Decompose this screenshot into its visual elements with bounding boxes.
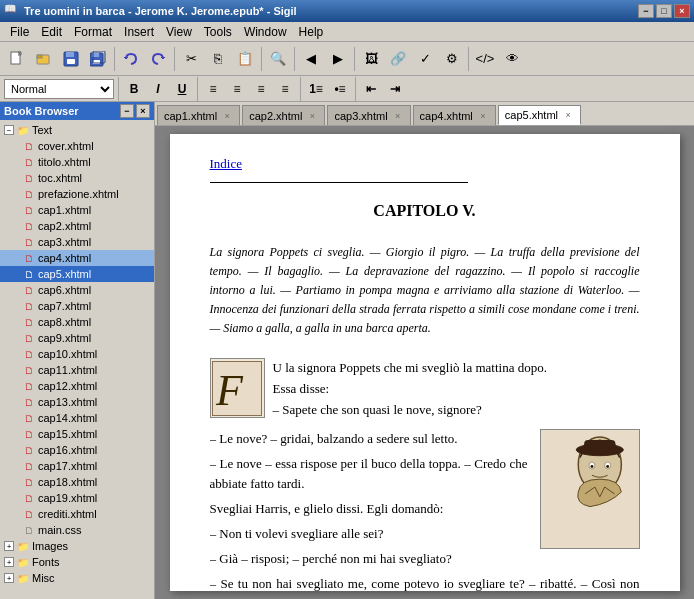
tree-item-cover-label: cover.xhtml <box>38 140 94 152</box>
menu-view[interactable]: View <box>160 23 198 41</box>
copy-button[interactable]: ⎘ <box>205 46 231 72</box>
check-button[interactable]: ✓ <box>412 46 438 72</box>
tree-item-maincss[interactable]: 🗋 main.css <box>0 522 154 538</box>
maximize-button[interactable]: □ <box>656 4 672 18</box>
svg-rect-3 <box>37 55 42 58</box>
tab-cap2-close[interactable]: × <box>306 110 318 122</box>
tree-item-cap8[interactable]: 🗋 cap8.xhtml <box>0 314 154 330</box>
tab-cap3-close[interactable]: × <box>392 110 404 122</box>
ul-button[interactable]: •≡ <box>329 79 351 99</box>
para2: Essa disse: <box>273 381 330 396</box>
italic-button[interactable]: I <box>147 79 169 99</box>
style-dropdown[interactable]: Normal Heading 1 Heading 2 <box>4 79 114 99</box>
separator-4 <box>294 47 295 71</box>
tab-cap1[interactable]: cap1.xhtml × <box>157 105 240 125</box>
tree-item-cap3[interactable]: 🗋 cap3.xhtml <box>0 234 154 250</box>
new-button[interactable] <box>4 46 30 72</box>
save-all-button[interactable] <box>85 46 111 72</box>
tab-cap2[interactable]: cap2.xhtml × <box>242 105 325 125</box>
tree-item-cap15[interactable]: 🗋 cap15.xhtml <box>0 426 154 442</box>
tree-item-cap9[interactable]: 🗋 cap9.xhtml <box>0 330 154 346</box>
tools-button[interactable]: ⚙ <box>439 46 465 72</box>
menu-edit[interactable]: Edit <box>35 23 68 41</box>
nav-next-button[interactable]: ▶ <box>325 46 351 72</box>
separator-2 <box>174 47 175 71</box>
tree-item-cap14[interactable]: 🗋 cap14.xhtml <box>0 410 154 426</box>
chapter-summary: La signora Poppets ci sveglia. — Giorgio… <box>210 243 640 339</box>
preview-button[interactable]: 👁 <box>499 46 525 72</box>
tree-item-cap4[interactable]: 🗋 cap4.xhtml <box>0 250 154 266</box>
ol-button[interactable]: 1≡ <box>305 79 327 99</box>
align-justify-button[interactable]: ≡ <box>274 79 296 99</box>
tree-item-cap7[interactable]: 🗋 cap7.xhtml <box>0 298 154 314</box>
paste-button[interactable]: 📋 <box>232 46 258 72</box>
tree-item-cap11[interactable]: 🗋 cap11.xhtml <box>0 362 154 378</box>
html-file-icon: 🗋 <box>22 443 36 457</box>
menu-insert[interactable]: Insert <box>118 23 160 41</box>
tree-item-cap13[interactable]: 🗋 cap13.xhtml <box>0 394 154 410</box>
tree-item-cap5[interactable]: 🗋 cap5.xhtml <box>0 266 154 282</box>
tree-item-cap18-label: cap18.xhtml <box>38 476 97 488</box>
save-button[interactable] <box>58 46 84 72</box>
tree-item-titolo[interactable]: 🗋 titolo.xhtml <box>0 154 154 170</box>
tab-cap4[interactable]: cap4.xhtml × <box>413 105 496 125</box>
tree-item-cap16[interactable]: 🗋 cap16.xhtml <box>0 442 154 458</box>
sidebar-close-btn[interactable]: × <box>136 104 150 118</box>
tree-item-crediti[interactable]: 🗋 crediti.xhtml <box>0 506 154 522</box>
menu-window[interactable]: Window <box>238 23 293 41</box>
align-left-button[interactable]: ≡ <box>202 79 224 99</box>
tab-cap5-close[interactable]: × <box>562 109 574 121</box>
tree-folder-images[interactable]: + 📁 Images <box>0 538 154 554</box>
menu-file[interactable]: File <box>4 23 35 41</box>
indent-button[interactable]: ⇥ <box>384 79 406 99</box>
tree-item-cap6[interactable]: 🗋 cap6.xhtml <box>0 282 154 298</box>
code-view-button[interactable]: </> <box>472 46 498 72</box>
align-right-button[interactable]: ≡ <box>250 79 272 99</box>
sidebar-toggle-btn[interactable]: − <box>120 104 134 118</box>
tree-folder-misc[interactable]: + 📁 Misc <box>0 570 154 586</box>
html-file-icon: 🗋 <box>22 411 36 425</box>
open-button[interactable] <box>31 46 57 72</box>
insert-link-button[interactable]: 🔗 <box>385 46 411 72</box>
underline-button[interactable]: U <box>171 79 193 99</box>
outdent-button[interactable]: ⇤ <box>360 79 382 99</box>
tree-item-toc[interactable]: 🗋 toc.xhtml <box>0 170 154 186</box>
nav-prev-button[interactable]: ◀ <box>298 46 324 72</box>
tree-item-cap17[interactable]: 🗋 cap17.xhtml <box>0 458 154 474</box>
tree-item-crediti-label: crediti.xhtml <box>38 508 97 520</box>
cut-button[interactable]: ✂ <box>178 46 204 72</box>
bold-button[interactable]: B <box>123 79 145 99</box>
tab-cap5[interactable]: cap5.xhtml × <box>498 105 581 125</box>
insert-image-button[interactable]: 🖼 <box>358 46 384 72</box>
tab-cap3[interactable]: cap3.xhtml × <box>327 105 410 125</box>
tree-item-cap2[interactable]: 🗋 cap2.xhtml <box>0 218 154 234</box>
tree-item-cap12[interactable]: 🗋 cap12.xhtml <box>0 378 154 394</box>
tree-folder-text[interactable]: − 📁 Text <box>0 122 154 138</box>
dropcap-text: U la signora Poppets che mi svegliò la m… <box>273 358 547 420</box>
tree-item-cover[interactable]: 🗋 cover.xhtml <box>0 138 154 154</box>
tree-folder-text-label: Text <box>32 124 52 136</box>
close-button[interactable]: × <box>674 4 690 18</box>
tab-cap1-close[interactable]: × <box>221 110 233 122</box>
align-center-button[interactable]: ≡ <box>226 79 248 99</box>
tree-item-cap19[interactable]: 🗋 cap19.xhtml <box>0 490 154 506</box>
tree-item-prefazione[interactable]: 🗋 prefazione.xhtml <box>0 186 154 202</box>
menu-help[interactable]: Help <box>293 23 330 41</box>
document-page[interactable]: Indice CAPITOLO V. La signora Poppets ci… <box>170 134 680 591</box>
tree-item-cap1[interactable]: 🗋 cap1.xhtml <box>0 202 154 218</box>
indice-link[interactable]: Indice <box>210 156 242 171</box>
search-button[interactable]: 🔍 <box>265 46 291 72</box>
tree-folder-fonts[interactable]: + 📁 Fonts <box>0 554 154 570</box>
content-area: cap1.xhtml × cap2.xhtml × cap3.xhtml × c… <box>155 102 694 599</box>
menu-format[interactable]: Format <box>68 23 118 41</box>
tab-cap4-close[interactable]: × <box>477 110 489 122</box>
para9: – Se tu non hai svegliato me, come potev… <box>210 574 640 591</box>
minimize-button[interactable]: − <box>638 4 654 18</box>
tree-item-cap18[interactable]: 🗋 cap18.xhtml <box>0 474 154 490</box>
undo-button[interactable] <box>118 46 144 72</box>
redo-button[interactable] <box>145 46 171 72</box>
tree-item-cap10[interactable]: 🗋 cap10.xhtml <box>0 346 154 362</box>
menu-tools[interactable]: Tools <box>198 23 238 41</box>
html-file-icon: 🗋 <box>22 491 36 505</box>
tree-item-cap3-label: cap3.xhtml <box>38 236 91 248</box>
